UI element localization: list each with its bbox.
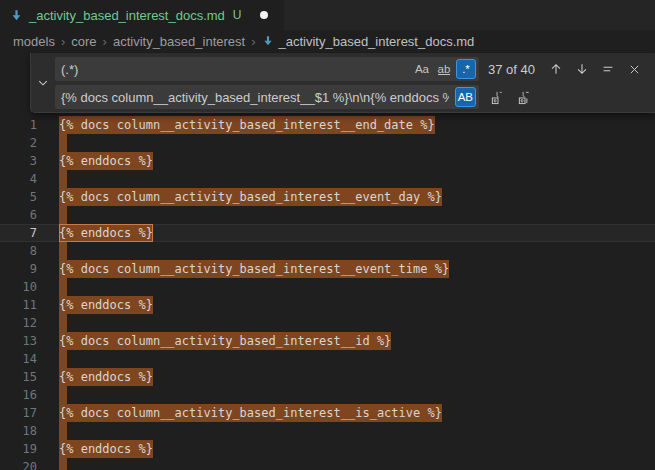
line-number: 18 — [0, 422, 37, 440]
code-line[interactable]: 14 — [0, 350, 655, 368]
find-match-highlight: {% enddocs %} — [59, 440, 153, 458]
find-match-highlight — [59, 422, 67, 440]
match-case-option[interactable]: Aa — [412, 59, 432, 79]
line-number: 6 — [0, 206, 37, 224]
line-content: {% docs column__activity_based_interest_… — [37, 188, 442, 206]
modified-indicator-icon[interactable] — [260, 11, 268, 19]
replace-buttons — [486, 86, 535, 108]
line-content: {% docs column__activity_based_interest_… — [37, 116, 435, 134]
line-content — [37, 206, 67, 224]
editor-pane: Aa ab .* 37 of 40 — [0, 52, 655, 470]
replace-all-button[interactable] — [513, 86, 535, 108]
find-in-selection-button[interactable] — [597, 58, 619, 80]
find-match-highlight: {% enddocs %} — [59, 296, 153, 314]
replace-input[interactable] — [55, 90, 455, 105]
line-number: 3 — [0, 152, 37, 170]
replace-input-box: AB — [55, 85, 479, 109]
code-line[interactable]: 2 — [0, 134, 655, 152]
code-line[interactable]: 19{% enddocs %} — [0, 440, 655, 458]
line-number: 13 — [0, 332, 37, 350]
find-match-highlight: {% docs column__activity_based_interest_… — [59, 332, 391, 350]
code-line[interactable]: 4 — [0, 170, 655, 188]
search-options: Aa ab .* — [412, 59, 476, 79]
find-row: Aa ab .* 37 of 40 — [55, 57, 647, 81]
toggle-replace-chevron-icon[interactable] — [31, 53, 55, 112]
line-content — [37, 278, 67, 296]
line-content: {% docs column__activity_based_interest_… — [37, 260, 449, 278]
line-number: 15 — [0, 368, 37, 386]
line-number: 19 — [0, 440, 37, 458]
find-match-highlight: {% enddocs %} — [59, 368, 153, 386]
close-find-widget-button[interactable] — [623, 58, 645, 80]
line-number: 17 — [0, 404, 37, 422]
find-match-highlight — [59, 242, 67, 260]
find-match-highlight — [59, 134, 67, 152]
code-line[interactable]: 9{% docs column__activity_based_interest… — [0, 260, 655, 278]
markdown-file-icon — [10, 9, 23, 22]
find-nav-buttons — [545, 58, 647, 80]
code-line[interactable]: 18 — [0, 422, 655, 440]
line-content: {% enddocs %} — [37, 440, 153, 458]
replace-one-button[interactable] — [486, 86, 508, 108]
replace-row: AB — [55, 85, 647, 109]
chevron-right-icon: › — [103, 34, 107, 49]
find-match-highlight: {% enddocs %} — [59, 152, 153, 170]
breadcrumb-item-activity-based-interest[interactable]: activity_based_interest — [113, 34, 245, 49]
find-match-highlight — [59, 314, 67, 332]
line-number: 9 — [0, 260, 37, 278]
breadcrumb-item-core[interactable]: core — [71, 34, 96, 49]
search-input-box: Aa ab .* — [55, 57, 479, 81]
code-line[interactable]: 10 — [0, 278, 655, 296]
chevron-right-icon: › — [61, 34, 65, 49]
line-content — [37, 350, 67, 368]
find-match-highlight — [59, 206, 67, 224]
line-number: 10 — [0, 278, 37, 296]
code-line[interactable]: 12 — [0, 314, 655, 332]
find-match-highlight — [59, 170, 67, 188]
line-number: 7 — [0, 224, 37, 242]
breadcrumb-item-models[interactable]: models — [13, 34, 55, 49]
find-match-highlight: {% docs column__activity_based_interest_… — [59, 260, 449, 278]
code-line[interactable]: 16 — [0, 386, 655, 404]
line-number: 14 — [0, 350, 37, 368]
code-line[interactable]: 17{% docs column__activity_based_interes… — [0, 404, 655, 422]
code-line[interactable]: 8 — [0, 242, 655, 260]
line-number: 1 — [0, 116, 37, 134]
line-content — [37, 422, 67, 440]
code-line[interactable]: 7{% enddocs %} — [0, 224, 655, 242]
whole-word-option[interactable]: ab — [434, 59, 454, 79]
line-content — [37, 386, 67, 404]
code-line[interactable]: 6 — [0, 206, 655, 224]
find-match-highlight — [59, 350, 67, 368]
code-area[interactable]: 1{% docs column__activity_based_interest… — [0, 52, 655, 470]
current-find-match: {% enddocs %} — [59, 224, 153, 242]
find-match-highlight: {% docs column__activity_based_interest_… — [59, 188, 442, 206]
line-number: 5 — [0, 188, 37, 206]
previous-match-button[interactable] — [545, 58, 567, 80]
search-input[interactable] — [55, 62, 412, 77]
line-content — [37, 134, 67, 152]
code-line[interactable]: 15{% enddocs %} — [0, 368, 655, 386]
code-line[interactable]: 1{% docs column__activity_based_interest… — [0, 116, 655, 134]
find-match-highlight: {% docs column__activity_based_interest_… — [59, 116, 435, 134]
next-match-button[interactable] — [571, 58, 593, 80]
chevron-right-icon: › — [251, 34, 255, 49]
code-line[interactable]: 13{% docs column__activity_based_interes… — [0, 332, 655, 350]
code-line[interactable]: 5{% docs column__activity_based_interest… — [0, 188, 655, 206]
code-line[interactable]: 3{% enddocs %} — [0, 152, 655, 170]
code-lines: 1{% docs column__activity_based_interest… — [0, 116, 655, 470]
line-number: 2 — [0, 134, 37, 152]
find-match-highlight — [59, 458, 67, 470]
line-number: 20 — [0, 458, 37, 470]
tab-title: _activity_based_interest_docs.md — [29, 8, 225, 23]
line-number: 8 — [0, 242, 37, 260]
breadcrumb-item-file[interactable]: _activity_based_interest_docs.md — [262, 34, 475, 49]
preserve-case-option[interactable]: AB — [455, 87, 476, 107]
regex-option[interactable]: .* — [456, 59, 476, 79]
code-line[interactable]: 20 — [0, 458, 655, 470]
code-line[interactable]: 11{% enddocs %} — [0, 296, 655, 314]
tab-activity-docs[interactable]: _activity_based_interest_docs.md U — [0, 0, 284, 30]
line-content: {% enddocs %} — [37, 296, 153, 314]
line-content: {% docs column__activity_based_interest_… — [37, 404, 442, 422]
line-content: {% enddocs %} — [37, 152, 153, 170]
